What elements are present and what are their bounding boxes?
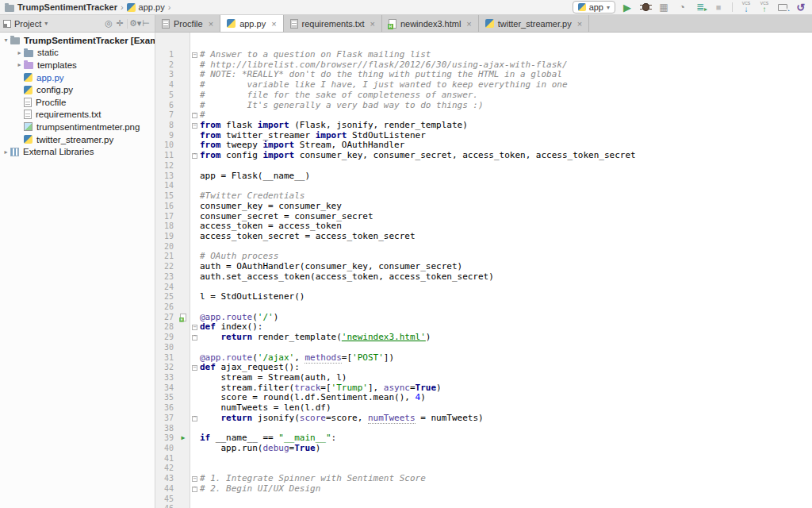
stop-icon[interactable]: ■ [712,1,725,13]
fold-collapse-icon[interactable]: − [192,123,197,129]
tree-item-External[interactable]: ▸External Libraries [0,145,155,158]
debug-icon[interactable] [639,1,652,13]
vcs-commit-icon[interactable]: VCS↑ [758,1,771,13]
image-icon [24,122,33,131]
line-number: 26 [155,302,177,313]
code-editor[interactable]: 1−# Answer to a question on Flask mailin… [155,33,812,508]
line-number: 32 [155,363,177,373]
line-number: 13 [155,171,177,182]
code-token: app.run( [200,443,262,453]
tab-close-icon[interactable]: × [370,19,374,29]
fold-end-icon[interactable]: ^ [192,335,197,341]
run-configuration-label: app [589,2,603,12]
breadcrumb-item[interactable]: app.py [127,2,165,12]
code-line[interactable]: 45 [155,495,812,505]
tab-Procfile[interactable]: Procfile× [155,15,220,32]
fold-collapse-icon[interactable]: − [192,325,197,330]
fold-end-icon[interactable]: ^ [192,153,197,159]
tree-item-TrumpSentimentTracker[interactable]: ▾TrumpSentimentTracker [Examp [0,34,155,47]
fold-marker[interactable]: − [190,50,200,60]
concurrency-icon[interactable]: ≣ [694,1,707,13]
settings-gear-icon[interactable]: ⚙▾ [129,18,140,29]
tab-close-icon[interactable]: × [466,19,471,29]
fold-marker[interactable]: ^ [190,333,200,343]
tree-item-Procfile[interactable]: Procfile [0,96,155,109]
fold-end-icon[interactable]: ^ [192,487,197,492]
tab-close-icon[interactable]: × [271,19,276,29]
remote-host-icon[interactable] [776,1,789,13]
code-line[interactable]: 40 app.run(debug=True) [155,444,812,454]
code-line[interactable]: 25l = StdOutListener() [155,292,812,302]
code-line[interactable]: 23auth.set_access_token(access_token, ac… [155,272,812,283]
coverage-icon[interactable]: ▦ [657,1,670,13]
fold-marker[interactable]: ^ [190,484,200,495]
tree-item-static[interactable]: ▸static [0,47,155,60]
code-token: config [221,150,263,160]
code-token: ) [274,312,279,322]
tree-item-requirements-txt[interactable]: requirements.txt [0,109,155,121]
tree-item-twitter_streamer-py[interactable]: twitter_streamer.py [0,133,155,146]
fold-marker[interactable]: − [190,121,200,131]
code-line[interactable]: 29^ return render_template('newindex3.ht… [155,333,812,343]
chevron-down-icon[interactable]: ▾ [44,20,48,27]
fold-end-icon[interactable]: ^ [192,113,197,118]
line-number: 28 [155,322,177,333]
fold-slot [190,403,200,414]
code-line[interactable]: 13app = Flask(__name__) [155,171,812,182]
gutter-slot [177,343,190,353]
tree-item-app-py[interactable]: app.py [0,71,155,84]
vcs-update-icon[interactable]: VCS↓ [740,1,753,13]
locate-icon[interactable]: ◎ [103,18,114,29]
tree-item-config-py[interactable]: config.py [0,83,155,96]
fold-marker[interactable]: − [190,474,200,484]
related-template-icon[interactable] [177,313,190,323]
fold-slot [190,101,200,111]
chevron-right-icon[interactable]: ▸ [15,49,24,56]
run-icon[interactable]: ▶ [621,1,634,13]
fold-marker[interactable]: − [190,363,200,373]
tab-close-icon[interactable]: × [577,19,582,29]
fold-end-icon[interactable]: ^ [192,416,197,421]
breadcrumb-item[interactable]: TrumpSentimentTracker [5,2,117,12]
tree-item-templates[interactable]: ▸templates [0,59,155,71]
code-line[interactable]: 11^from config import consumer_key, cons… [155,151,812,161]
chevron-down-icon[interactable]: ▾ [2,37,10,44]
run-line-icon[interactable]: ▶ [177,433,190,444]
code-line[interactable]: 41 [155,454,812,464]
chevron-right-icon[interactable]: ▸ [2,148,10,156]
fold-slot [190,232,200,242]
tree-item-trumpsentimentmeter-png[interactable]: trumpsentimentmeter.png [0,121,155,133]
fold-collapse-icon[interactable]: − [192,52,197,58]
rollback-icon[interactable]: ↺ [795,1,807,13]
code-line[interactable]: 19access_token_secret = access_token_sec… [155,232,812,242]
chevron-right-icon[interactable]: ▸ [15,61,24,68]
collapse-all-icon[interactable]: ✛ [114,18,125,29]
fold-collapse-icon[interactable]: − [192,365,197,371]
fold-marker[interactable]: ^ [190,151,200,161]
profiler-icon[interactable]: ◔ [676,1,688,13]
tab-close-icon[interactable]: × [209,19,213,29]
fold-marker[interactable]: ^ [190,110,200,121]
run-gutter-icon[interactable]: ▶ [182,433,186,444]
gutter-slot [177,232,190,242]
project-tool-window-header[interactable]: Project ▾ ◎✛⚙▾⊢ [0,15,155,33]
fold-marker[interactable]: ^ [190,414,200,424]
code-text: return jsonify(score=score, numTweets = … [200,414,484,424]
code-line[interactable]: 46 [155,504,812,508]
code-line[interactable]: 44^# 2. Begin UI/UX Design [155,484,812,495]
python-icon [227,19,236,28]
tab-twitter_streamer-py[interactable]: twitter_streamer.py× [479,15,589,32]
hide-panel-icon[interactable]: ⊢ [140,18,151,29]
gutter-slot [177,484,190,495]
tab-newindex3-html[interactable]: newindex3.html× [382,15,479,32]
fold-collapse-icon[interactable]: − [192,476,197,482]
line-number: 41 [155,454,177,464]
fold-marker[interactable]: − [190,322,200,333]
run-configuration-select[interactable]: app ▾ [573,1,615,13]
tab-requirements-txt[interactable]: requirements.txt× [284,15,382,32]
line-number: 10 [155,140,177,151]
code-line[interactable]: 37^ return jsonify(score=score, numTweet… [155,414,812,424]
code-line[interactable]: 6# It's generally a very bad way to do t… [155,101,812,111]
gutter-slot [177,393,190,403]
tab-app-py[interactable]: app.py× [220,15,283,32]
